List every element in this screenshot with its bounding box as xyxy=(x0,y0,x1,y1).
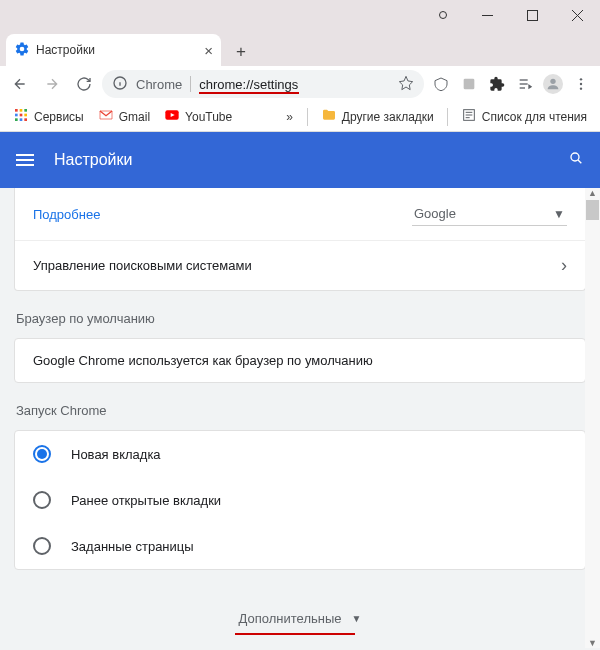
window-restore-hint-icon xyxy=(439,11,447,19)
svg-rect-15 xyxy=(15,109,18,112)
bookmark-star-icon[interactable] xyxy=(398,75,414,94)
vertical-scrollbar[interactable]: ▲ ▼ xyxy=(585,188,600,648)
omnibox-scheme: Chrome xyxy=(136,77,182,92)
settings-menu-button[interactable] xyxy=(16,154,34,166)
search-engine-row: Подробнее xyxy=(33,207,412,222)
svg-rect-1 xyxy=(528,10,538,20)
bookmark-overflow-button[interactable]: » xyxy=(286,110,293,124)
radio-unselected-icon xyxy=(33,491,51,509)
svg-rect-17 xyxy=(24,109,27,112)
gmail-icon xyxy=(98,107,114,126)
search-engine-card: Подробнее Google ▼ Управление поисковыми… xyxy=(14,188,586,291)
radio-label: Новая вкладка xyxy=(71,447,161,462)
settings-header: Настройки xyxy=(0,132,600,188)
startup-option-continue[interactable]: Ранее открытые вкладки xyxy=(15,477,585,523)
settings-content: Подробнее Google ▼ Управление поисковыми… xyxy=(0,188,600,650)
media-icon[interactable] xyxy=(512,70,538,98)
svg-point-12 xyxy=(580,78,582,80)
section-startup: Запуск Chrome xyxy=(16,403,584,418)
chevron-right-icon: › xyxy=(561,255,567,276)
maximize-button[interactable] xyxy=(510,1,555,29)
startup-card: Новая вкладка Ранее открытые вкладки Зад… xyxy=(14,430,586,570)
startup-option-pages[interactable]: Заданные страницы xyxy=(15,523,585,569)
svg-line-30 xyxy=(578,160,581,163)
scrollbar-thumb[interactable] xyxy=(586,200,599,220)
profile-button[interactable] xyxy=(540,70,566,98)
svg-rect-21 xyxy=(15,118,18,121)
extension-slot-icon[interactable] xyxy=(456,70,482,98)
apps-shortcut[interactable]: Сервисы xyxy=(8,104,89,129)
settings-title: Настройки xyxy=(54,151,548,169)
folder-icon xyxy=(321,107,337,126)
svg-rect-23 xyxy=(24,118,27,121)
omnibox-url: chrome://settings xyxy=(199,77,390,92)
close-window-button[interactable] xyxy=(555,1,600,29)
radio-unselected-icon xyxy=(33,537,51,555)
window-titlebar xyxy=(0,0,600,30)
row-label: Управление поисковыми системами xyxy=(33,258,561,273)
bookmark-label: Gmail xyxy=(119,110,150,124)
browser-tab[interactable]: Настройки × xyxy=(6,34,221,66)
learn-more-link[interactable]: Подробнее xyxy=(33,207,412,222)
minimize-button[interactable] xyxy=(465,1,510,29)
chevron-down-icon: ▼ xyxy=(352,613,362,624)
svg-point-29 xyxy=(571,153,579,161)
other-bookmarks-button[interactable]: Другие закладки xyxy=(316,104,439,129)
omnibox[interactable]: Chrome chrome://settings xyxy=(102,70,424,98)
other-bookmarks-label: Другие закладки xyxy=(342,110,434,124)
svg-rect-16 xyxy=(20,109,23,112)
settings-search-button[interactable] xyxy=(568,150,584,170)
default-browser-status: Google Chrome используется как браузер п… xyxy=(33,353,567,368)
radio-selected-icon xyxy=(33,445,51,463)
startup-option-newtab[interactable]: Новая вкладка xyxy=(15,431,585,477)
separator xyxy=(447,108,448,126)
pocket-icon[interactable] xyxy=(428,70,454,98)
chevron-down-icon: ▼ xyxy=(553,207,565,221)
youtube-icon xyxy=(164,107,180,126)
reload-button[interactable] xyxy=(70,70,98,98)
new-tab-button[interactable]: + xyxy=(227,38,255,66)
back-button[interactable] xyxy=(6,70,34,98)
apps-grid-icon xyxy=(13,107,29,126)
reading-list-button[interactable]: Список для чтения xyxy=(456,104,592,129)
svg-rect-19 xyxy=(20,114,23,117)
omnibox-separator xyxy=(190,76,191,92)
svg-point-13 xyxy=(580,83,582,85)
default-browser-card: Google Chrome используется как браузер п… xyxy=(14,338,586,383)
tabstrip: Настройки × + xyxy=(0,30,600,66)
svg-rect-7 xyxy=(464,79,475,90)
tab-title: Настройки xyxy=(36,43,198,57)
site-info-icon[interactable] xyxy=(112,75,128,94)
reading-list-icon xyxy=(461,107,477,126)
forward-button[interactable] xyxy=(38,70,66,98)
svg-point-14 xyxy=(580,87,582,89)
scroll-up-arrow-icon[interactable]: ▲ xyxy=(588,188,597,198)
browser-toolbar: Chrome chrome://settings xyxy=(0,66,600,102)
scroll-down-arrow-icon[interactable]: ▼ xyxy=(588,638,597,648)
advanced-label: Дополнительные xyxy=(239,611,342,626)
svg-rect-22 xyxy=(20,118,23,121)
svg-rect-18 xyxy=(15,114,18,117)
svg-point-11 xyxy=(550,79,555,84)
bookmark-gmail[interactable]: Gmail xyxy=(93,104,155,129)
chrome-menu-button[interactable] xyxy=(568,70,594,98)
reading-list-label: Список для чтения xyxy=(482,110,587,124)
radio-label: Заданные страницы xyxy=(71,539,194,554)
bookmark-label: YouTube xyxy=(185,110,232,124)
section-default-browser: Браузер по умолчанию xyxy=(16,311,584,326)
advanced-toggle-button[interactable]: Дополнительные ▼ xyxy=(235,605,366,632)
manage-search-engines-row[interactable]: Управление поисковыми системами › xyxy=(15,240,585,290)
gear-icon xyxy=(14,41,30,60)
bookmarks-bar: Сервисы Gmail YouTube » Другие закладки … xyxy=(0,102,600,132)
search-engine-select[interactable]: Google ▼ xyxy=(412,202,567,226)
svg-rect-20 xyxy=(24,114,27,117)
close-tab-button[interactable]: × xyxy=(204,42,213,59)
apps-label: Сервисы xyxy=(34,110,84,124)
separator xyxy=(307,108,308,126)
advanced-section: Дополнительные ▼ xyxy=(0,605,600,632)
select-value: Google xyxy=(414,206,456,221)
radio-label: Ранее открытые вкладки xyxy=(71,493,221,508)
bookmark-youtube[interactable]: YouTube xyxy=(159,104,237,129)
extensions-icon[interactable] xyxy=(484,70,510,98)
